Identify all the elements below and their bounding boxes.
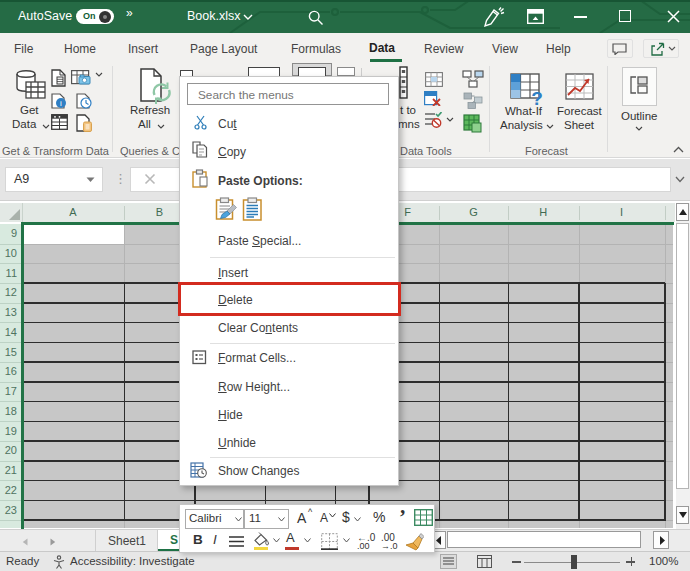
svg-text:i: i (60, 99, 62, 108)
